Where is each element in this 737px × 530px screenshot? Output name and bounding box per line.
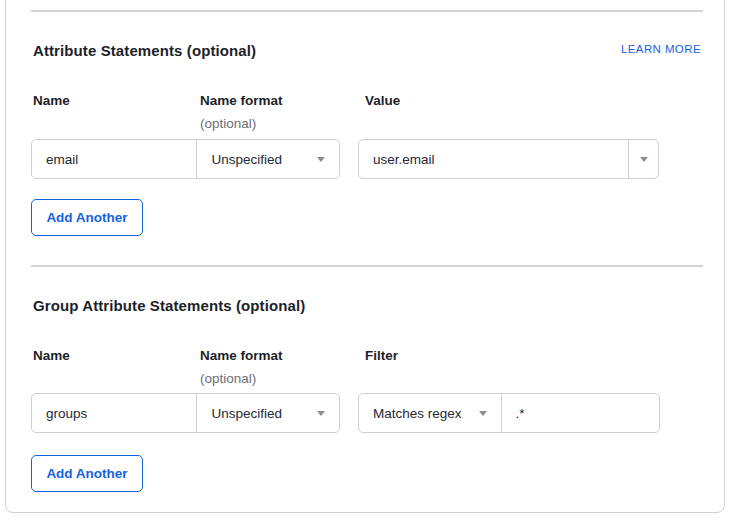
add-another-attribute-button[interactable]: Add Another xyxy=(31,199,143,236)
attribute-statements-title: Attribute Statements (optional) xyxy=(33,42,256,59)
learn-more-link[interactable]: LEARN MORE xyxy=(621,43,701,55)
column-note-optional: (optional) xyxy=(200,371,256,386)
attribute-name-format-value: Unspecified xyxy=(211,152,282,167)
column-label-value: Value xyxy=(365,93,400,108)
settings-panel: Attribute Statements (optional) LEARN MO… xyxy=(0,0,737,530)
attribute-name-input[interactable] xyxy=(32,140,196,178)
attribute-value-dropdown-toggle[interactable] xyxy=(628,140,658,178)
chevron-down-icon xyxy=(317,411,325,416)
group-attribute-row-name-group: Unspecified xyxy=(31,393,340,433)
group-attribute-name-input[interactable] xyxy=(32,394,196,432)
group-attribute-filter-select[interactable]: Matches regex xyxy=(359,394,501,432)
chevron-down-icon xyxy=(479,411,487,416)
attribute-value-cell xyxy=(359,140,628,178)
form-card xyxy=(5,0,725,513)
attribute-name-cell xyxy=(32,140,196,178)
column-label-name-format: Name format xyxy=(200,348,283,363)
attribute-row-value-group xyxy=(358,139,659,179)
group-attribute-name-format-value: Unspecified xyxy=(211,406,282,421)
group-attribute-filter-value: Matches regex xyxy=(373,406,462,421)
group-attribute-filter-value-input[interactable] xyxy=(502,394,659,432)
group-attribute-name-format-select[interactable]: Unspecified xyxy=(196,394,339,432)
attribute-row-name-group: Unspecified xyxy=(31,139,340,179)
column-label-name: Name xyxy=(33,93,70,108)
section-divider-middle xyxy=(31,265,703,267)
chevron-down-icon xyxy=(640,157,648,162)
add-another-group-attribute-button[interactable]: Add Another xyxy=(31,455,143,492)
group-attribute-name-cell xyxy=(32,394,196,432)
column-note-optional: (optional) xyxy=(200,116,256,131)
attribute-name-format-select[interactable]: Unspecified xyxy=(196,140,339,178)
column-label-name-format: Name format xyxy=(200,93,283,108)
group-attribute-row-filter-group: Matches regex xyxy=(358,393,660,433)
attribute-value-input[interactable] xyxy=(359,140,628,178)
section-divider-top xyxy=(31,10,703,12)
column-label-filter: Filter xyxy=(365,348,398,363)
group-attribute-filter-value-cell xyxy=(501,394,659,432)
column-label-name: Name xyxy=(33,348,70,363)
chevron-down-icon xyxy=(317,157,325,162)
group-attribute-statements-title: Group Attribute Statements (optional) xyxy=(33,297,305,314)
